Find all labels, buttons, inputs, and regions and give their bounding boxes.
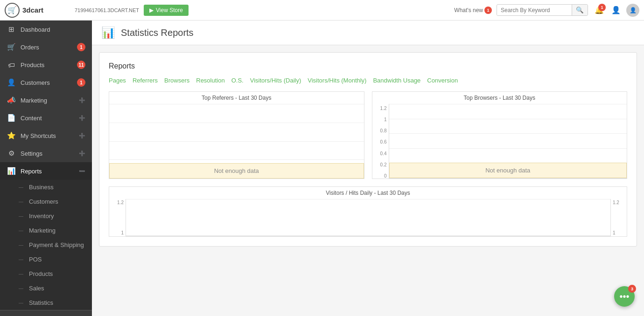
reports-submenu: Business Customers Inventory Marketing P… [0,180,92,310]
reports-card-title: Reports [109,62,627,70]
customers-icon: 👤 [7,78,16,87]
daily-y-axis-left: 1.2 1 [109,199,126,236]
chat-icon: ••• [619,291,629,302]
page-header-icon: 📊 [101,26,115,39]
sidebar-item-label: Products [21,62,72,69]
sub-item-payment-shipping[interactable]: Payment & Shipping [0,238,92,252]
expand-icon: ➕ [79,133,85,139]
y-label: 0.4 [380,151,387,156]
logo-icon: 🛒 [5,3,20,18]
sidebar-footer: ? ★ $ [0,310,92,316]
sub-item-label: Marketing [29,227,56,234]
sidebar-item-customers[interactable]: 👤 Customers 1 [0,74,92,91]
page-title: Statistics Reports [121,27,194,38]
tab-referrers[interactable]: Referrers [133,77,158,84]
sub-item-statistics[interactable]: Statistics [0,295,92,310]
daily-chart-body: 1.2 1 1.2 1 [109,199,627,236]
footer-help-button[interactable]: ? [0,310,31,316]
sidebar-item-products[interactable]: 🏷 Products 11 [0,56,92,74]
tab-resolution[interactable]: Resolution [196,77,224,84]
sidebar-item-label: Content [21,115,74,122]
sidebar-item-reports[interactable]: 📊 Reports ➖ [0,162,92,180]
tab-visitors-daily[interactable]: Visitors/Hits (Daily) [250,77,301,84]
store-url: 71994617061.3DCART.NET [75,7,139,13]
top-browsers-no-data: Not enough data [389,163,627,178]
customers-badge: 1 [77,78,85,87]
sub-item-label: Business [29,184,54,191]
footer-shortcuts-button[interactable]: ★ [31,310,62,316]
sidebar-item-shortcuts[interactable]: ⭐ My Shortcuts ➕ [0,127,92,144]
logo: 🛒 3dcart [5,3,70,18]
float-chat-button[interactable]: ••• 3 [614,286,635,307]
tab-bandwidth-usage[interactable]: Bandwidth Usage [373,77,420,84]
y-label: 1.2 [613,200,619,205]
daily-y-axis-right: 1.2 1 [610,199,627,236]
sidebar-item-label: Settings [21,150,74,157]
tab-pages[interactable]: Pages [109,77,126,84]
sidebar-item-marketing[interactable]: 📣 Marketing ➕ [0,91,92,109]
dashboard-icon: ⊞ [7,25,16,34]
browsers-y-axis: 1.2 1 0.8 0.6 0.4 0.2 0 [372,104,389,179]
y-label: 0.2 [380,162,387,167]
sub-item-customers[interactable]: Customers [0,194,92,209]
topbar-icons: 🔔 1 👤 👤 [593,4,639,17]
user-profile-button[interactable]: 👤 [609,4,623,17]
notification-button[interactable]: 🔔 1 [593,4,606,17]
sub-item-sales[interactable]: Sales [0,281,92,295]
daily-chart-grid [126,199,610,236]
expand-icon: ➕ [79,97,85,103]
whats-new: What's new 1 [454,7,492,14]
y-label: 0 [384,173,387,179]
main-layout: ⊞ Dashboard 🛒 Orders 1 🏷 Products 11 👤 C… [0,21,644,316]
sidebar-item-label: Reports [21,168,74,175]
browsers-chart-grid: Not enough data [389,104,627,179]
top-referrers-chart: Top Referers - Last 30 Days Not enough d… [109,91,364,179]
sidebar-item-settings[interactable]: ⚙ Settings ➕ [0,144,92,162]
tab-visitors-monthly[interactable]: Visitors/Hits (Monthly) [308,77,366,84]
sub-item-marketing[interactable]: Marketing [0,223,92,238]
search-input[interactable] [497,5,572,15]
view-store-button[interactable]: ▶ View Store [144,5,189,16]
view-store-label: View Store [156,7,183,14]
products-badge: 11 [77,61,85,69]
daily-visitors-chart: Visitors / Hits Daily - Last 30 Days 1.2… [109,186,627,237]
sub-item-label: Inventory [29,213,54,220]
top-referrers-no-data: Not enough data [109,163,364,179]
products-icon: 🏷 [7,61,16,69]
sub-item-pos[interactable]: POS [0,252,92,267]
sidebar-item-dashboard[interactable]: ⊞ Dashboard [0,21,92,38]
notification-badge: 1 [598,4,606,11]
sub-item-label: Customers [29,198,58,205]
page-header: 📊 Statistics Reports [92,21,644,45]
sidebar-item-orders[interactable]: 🛒 Orders 1 [0,38,92,56]
top-referrers-area: Not enough data [109,104,364,179]
search-button[interactable]: 🔍 [572,5,588,15]
tab-browsers[interactable]: Browsers [164,77,189,84]
avatar[interactable]: 👤 [626,4,639,17]
user-icon: 👤 [611,6,621,14]
daily-visitors-title: Visitors / Hits Daily - Last 30 Days [109,187,627,199]
sub-item-label: Products [29,270,53,277]
sub-item-inventory[interactable]: Inventory [0,209,92,223]
y-label: 1 [613,230,616,235]
whats-new-badge: 1 [484,7,492,14]
footer-billing-button[interactable]: $ [61,310,92,316]
sub-item-label: POS [29,256,42,263]
topbar: 🛒 3dcart 71994617061.3DCART.NET ▶ View S… [0,0,644,21]
reports-icon: 📊 [7,167,16,175]
tab-os[interactable]: O.S. [231,77,244,84]
sub-item-business[interactable]: Business [0,180,92,194]
top-browsers-title: Top Browsers - Last 30 Days [372,92,627,104]
sidebar-item-label: Dashboard [21,26,85,33]
sub-item-products[interactable]: Products [0,267,92,281]
top-browsers-chart-body: 1.2 1 0.8 0.6 0.4 0.2 0 [372,104,627,179]
y-label: 1.2 [117,200,124,205]
orders-badge: 1 [77,43,85,51]
expand-icon: ➕ [79,115,85,121]
view-store-icon: ▶ [149,7,154,14]
top-referrers-title: Top Referers - Last 30 Days [109,92,364,104]
reports-card: Reports Pages Referrers Browsers Resolut… [99,52,637,247]
sidebar-item-content[interactable]: 📄 Content ➕ [0,109,92,127]
tab-conversion[interactable]: Conversion [427,77,458,84]
sidebar-item-label: My Shortcuts [21,132,74,139]
